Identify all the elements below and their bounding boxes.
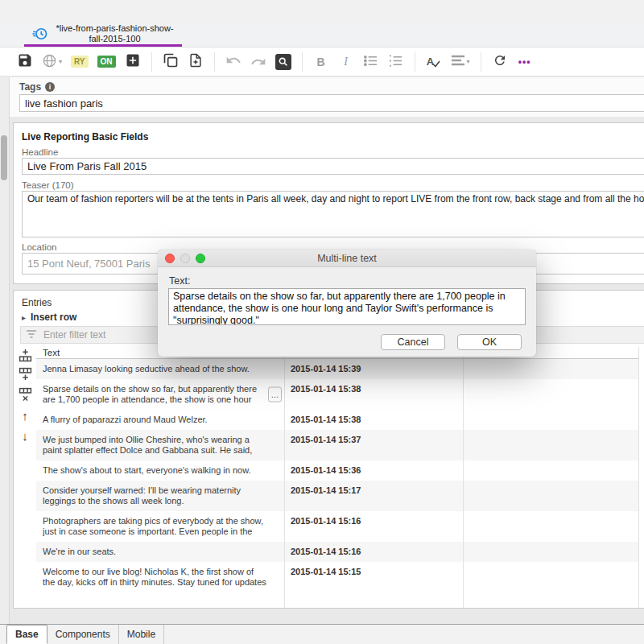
entry-timestamp-cell: 2015-01-14 15:38 (284, 379, 463, 410)
column-divider (463, 347, 464, 608)
entry-extra-cell (463, 481, 638, 511)
entry-text-cell: Consider yourself warned: I'll be wearin… (36, 481, 284, 511)
headline-input[interactable] (22, 158, 644, 175)
entry-edit-more-button[interactable]: … (268, 387, 282, 402)
insert-row-below-icon[interactable] (19, 367, 32, 381)
insert-row-toggle[interactable]: Insert row (22, 312, 76, 323)
down-arrow-icon: ↓ (22, 430, 28, 443)
entries-rows: Jenna Limasay looking seductive ahead of… (36, 359, 638, 592)
close-window-icon[interactable] (165, 254, 175, 263)
minimize-window-icon[interactable] (180, 254, 190, 263)
spellcheck-icon: A (427, 56, 434, 68)
numbered-list-button[interactable] (387, 52, 405, 72)
headline-label: Headline (22, 147, 58, 157)
spellcheck-button[interactable]: A (425, 52, 443, 72)
bullet-list-button[interactable] (362, 52, 380, 72)
insert-row-label: Insert row (31, 312, 76, 323)
left-scrollbar-thumb[interactable] (1, 135, 7, 180)
entries-table: Text Jenna Limasay looking seductive ahe… (36, 347, 638, 592)
toolbar-divider (151, 52, 152, 72)
toolbar-divider (481, 52, 481, 72)
view-tab-mobile[interactable]: Mobile (119, 625, 164, 644)
italic-icon: I (344, 56, 348, 68)
dialog-text-input[interactable]: Sparse details on the show so far, but a… (168, 288, 526, 325)
dialog-text-label: Text: (169, 275, 190, 287)
document-tab-title: *live-from-paris-fashion-show- fall-2015… (56, 23, 173, 44)
entry-text-cell: We just bumped into Ollie Cheshire, who'… (36, 430, 284, 460)
entry-text-cell: Welcome to our live blog! Nicholas K, th… (36, 562, 284, 592)
undo-button[interactable] (225, 52, 242, 72)
tags-section: Tags (10, 77, 644, 117)
cancel-button[interactable]: Cancel (381, 334, 445, 350)
column-divider (284, 347, 285, 608)
delete-row-icon[interactable] (19, 387, 32, 401)
table-row[interactable]: Photographers are taking pics of everybo… (36, 511, 638, 542)
preview-button[interactable] (275, 52, 292, 72)
publication-globe-button[interactable]: ▾ (41, 52, 63, 72)
bullet-list-icon (363, 54, 378, 70)
italic-button[interactable]: I (337, 52, 355, 72)
entry-extra-cell (463, 379, 638, 410)
filter-icon (26, 328, 37, 342)
undo-icon (225, 52, 242, 71)
state-badge-button[interactable]: ON (97, 52, 117, 72)
tags-label: Tags (19, 81, 41, 93)
locale-badge: RY (71, 56, 89, 68)
move-row-up-icon[interactable]: ↑ (22, 410, 28, 423)
more-options-button[interactable]: ••• (516, 52, 534, 72)
teaser-textarea[interactable]: Our team of fashion reporters will be at… (22, 191, 644, 237)
editor-toolbar: ▾ RY ON (0, 47, 644, 76)
entry-text-cell: A flurry of paparazzi around Maud Welzer… (36, 410, 284, 430)
add-widget-button[interactable] (124, 52, 142, 72)
column-divider (638, 347, 639, 608)
window-controls (165, 254, 205, 263)
entry-timestamp-cell: 2015-01-14 15:16 (284, 511, 463, 542)
table-row[interactable]: We just bumped into Ollie Cheshire, who'… (36, 430, 638, 460)
up-arrow-icon: ↑ (22, 410, 28, 423)
refresh-icon (493, 53, 507, 70)
more-dots-icon: ••• (518, 56, 531, 68)
dialog-title: Multi-line text (317, 253, 377, 264)
new-document-button[interactable] (187, 52, 204, 72)
tags-input[interactable] (19, 94, 644, 112)
redo-icon (250, 54, 266, 70)
new-document-icon (188, 52, 204, 71)
entry-extra-cell (463, 562, 638, 592)
ok-button[interactable]: OK (457, 334, 522, 350)
basic-fields-title: Live Reporting Basic Fields (22, 131, 148, 142)
entry-text-cell: Sparse details on the show so far, but a… (36, 379, 284, 410)
table-row[interactable]: The show's about to start, everyone's wa… (36, 460, 638, 481)
table-row[interactable]: Sparse details on the show so far, but a… (36, 379, 638, 410)
entry-extra-cell (463, 430, 638, 460)
info-icon[interactable] (45, 82, 55, 92)
zoom-window-icon[interactable] (196, 254, 205, 263)
location-label: Location (22, 242, 56, 252)
paragraph-style-button[interactable]: ▾ (450, 52, 471, 72)
active-document-tab[interactable]: *live-from-paris-fashion-show- fall-2015… (24, 23, 182, 45)
left-scrollbar-track[interactable] (0, 77, 10, 624)
redo-button[interactable] (250, 52, 267, 72)
dialog-titlebar[interactable]: Multi-line text (158, 250, 536, 267)
table-row[interactable]: Jenna Limasay looking seductive ahead of… (36, 359, 638, 379)
entry-extra-cell (463, 410, 638, 430)
view-tab-components[interactable]: Components (47, 625, 119, 644)
table-row[interactable]: Welcome to our live blog! Nicholas K, th… (36, 562, 638, 592)
table-row[interactable]: We're in our seats.2015-01-14 15:16 (36, 542, 638, 562)
bold-button[interactable]: B (312, 52, 330, 72)
table-row[interactable]: A flurry of paparazzi around Maud Welzer… (36, 410, 638, 430)
table-row[interactable]: Consider yourself warned: I'll be wearin… (36, 481, 638, 511)
entry-timestamp-cell: 2015-01-14 15:15 (284, 562, 463, 592)
toolbar-divider (415, 52, 415, 72)
view-tab-base[interactable]: Base (6, 625, 47, 644)
duplicate-button[interactable] (162, 52, 180, 72)
refresh-button[interactable] (491, 52, 509, 72)
entry-timestamp-cell: 2015-01-14 15:39 (284, 359, 463, 379)
insert-row-above-icon[interactable] (19, 349, 32, 362)
save-button[interactable] (16, 52, 34, 72)
paragraph-lines-icon (451, 55, 465, 69)
entry-timestamp-cell: 2015-01-14 15:37 (284, 430, 463, 460)
row-actions-gutter: ↑ ↓ (15, 349, 35, 443)
view-tab-bar: Base Components Mobile (0, 624, 644, 644)
locale-badge-button[interactable]: RY (70, 52, 89, 72)
move-row-down-icon[interactable]: ↓ (22, 430, 28, 443)
